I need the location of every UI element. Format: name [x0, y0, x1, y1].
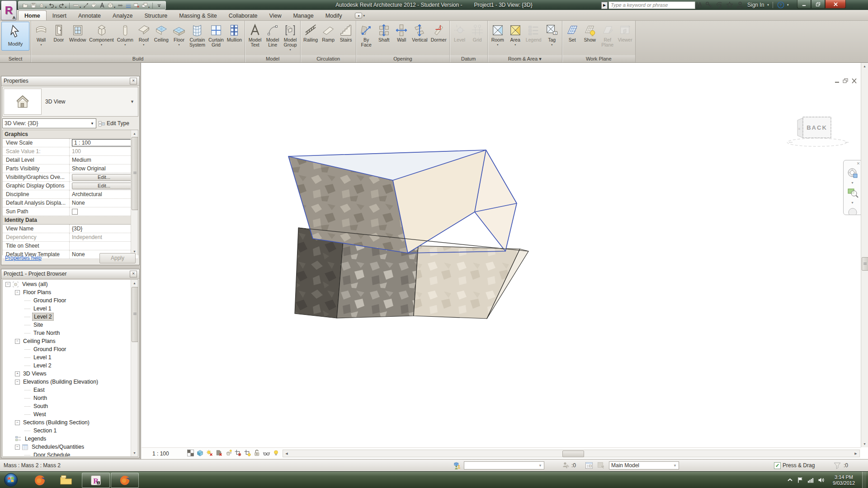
collapse-icon[interactable]: − — [15, 339, 20, 344]
collapse-icon[interactable]: − — [15, 420, 20, 425]
sign-in-chevron-icon[interactable]: ▾ — [767, 3, 769, 7]
qat-undo-chevron-icon[interactable]: ▾ — [55, 5, 57, 9]
tree-item-floor-plans[interactable]: −Floor Plans — [3, 288, 131, 296]
type-selector[interactable]: 3D View ▼ — [2, 87, 138, 117]
tree-item-schedules-quantities[interactable]: −Schedules/Quantities — [3, 443, 131, 451]
tree-item-3d-views[interactable]: +3D Views — [3, 370, 131, 378]
edit-type-button[interactable]: Edit Type — [98, 120, 129, 127]
rendering-dialog-button[interactable] — [225, 449, 232, 457]
editable-only-icon[interactable] — [562, 461, 570, 469]
dropdown-chevron-icon[interactable]: ▾ — [143, 42, 144, 46]
taskbar-revit-button[interactable]: RA — [82, 473, 110, 488]
tree-item-section-1[interactable]: Section 1 — [3, 427, 131, 435]
qat-redo-chevron-icon[interactable]: ▾ — [65, 5, 66, 9]
tree-item-ground-floor[interactable]: Ground Floor — [3, 296, 131, 305]
ribbon-button-mullion[interactable]: Mullion — [226, 22, 243, 47]
properties-close-icon[interactable]: ✕ — [130, 78, 137, 84]
project-browser-title-bar[interactable]: Project1 - Project Browser ✕ — [1, 269, 139, 279]
ribbon-button-wall[interactable]: Wall▾ — [33, 22, 50, 47]
navbar-chevron-icon[interactable]: ▼ — [851, 181, 854, 184]
navbar-close-icon[interactable]: ✕ — [856, 161, 861, 166]
collapse-icon[interactable]: − — [15, 445, 20, 450]
infocenter-collapse-icon[interactable]: ▶ — [601, 2, 608, 9]
qat-section-button[interactable] — [116, 2, 124, 9]
tree-item-legends[interactable]: Legends — [3, 435, 131, 443]
ribbon-button-tag[interactable]: 1Tag▾ — [543, 22, 561, 47]
temporary-hide-isolate-button[interactable] — [263, 449, 270, 457]
application-menu-button[interactable]: RA — [1, 0, 17, 20]
dropdown-chevron-icon[interactable]: ▾ — [178, 42, 179, 46]
qat-text-button[interactable] — [98, 2, 106, 9]
action-center-flag-icon[interactable] — [797, 477, 804, 483]
properties-help-link[interactable]: Properties help — [5, 255, 42, 261]
ribbon-button-component[interactable]: Component▾ — [88, 22, 115, 47]
zoom-region-icon[interactable] — [847, 187, 859, 198]
minimize-button[interactable] — [797, 0, 811, 9]
tree-item-north[interactable]: North — [3, 394, 131, 402]
navbar-chevron-icon-2[interactable]: ▼ — [851, 201, 854, 204]
properties-title-bar[interactable]: Properties ✕ — [1, 76, 139, 86]
dropdown-chevron-icon[interactable]: ▾ — [40, 42, 42, 46]
qat-export-button[interactable] — [38, 2, 45, 9]
volume-speaker-icon[interactable] — [818, 477, 825, 483]
ribbon-button-by-face[interactable]: ByFace — [358, 22, 375, 52]
tree-item-site[interactable]: Site — [3, 321, 131, 329]
ribbon-button-curtain-system[interactable]: CurtainSystem — [188, 22, 207, 52]
start-button[interactable] — [4, 473, 18, 487]
worksets-dropdown[interactable]: ▼ — [464, 461, 544, 469]
ribbon-button-model-line[interactable]: ModelLine — [264, 22, 281, 52]
steering-wheel-icon[interactable] — [847, 168, 859, 179]
tree-item-true-north[interactable]: True North — [3, 329, 131, 337]
tree-item-level-2[interactable]: Level 2 — [3, 361, 131, 370]
tab-analyze[interactable]: Analyze — [107, 11, 138, 20]
vertical-scrollbar[interactable]: ▲ ▼ — [861, 63, 868, 447]
hidden-icons-chevron-icon[interactable] — [787, 477, 793, 483]
ribbon-button-modify[interactable]: Modify — [1, 22, 29, 51]
qat-default-3d-view-button[interactable] — [106, 2, 114, 9]
dropdown-chevron-icon[interactable]: ▾ — [124, 42, 126, 46]
ribbon-button-door[interactable]: Door — [50, 22, 67, 47]
tab-home[interactable]: Home — [18, 10, 47, 20]
crop-region-visible-button[interactable] — [244, 449, 251, 457]
ribbon-button-dormer[interactable]: Dormer — [429, 22, 448, 47]
subscription-key-button[interactable] — [705, 1, 713, 9]
scroll-up-icon[interactable]: ▲ — [132, 280, 137, 286]
communication-satellite-button[interactable] — [715, 1, 723, 9]
view-minimize-icon[interactable] — [834, 78, 840, 84]
tree-item-level-2[interactable]: Level 2 — [3, 313, 131, 321]
signin-person-button[interactable] — [736, 1, 744, 9]
ribbon-button-roof[interactable]: Roof▾ — [135, 22, 152, 47]
ribbon-button-wall[interactable]: Wall — [393, 22, 410, 47]
dropdown-chevron-icon[interactable]: ▾ — [497, 42, 498, 46]
tree-item-west[interactable]: West — [3, 410, 131, 418]
scroll-up-icon[interactable]: ▲ — [862, 63, 868, 69]
press-drag-checkbox[interactable]: ✓ — [774, 462, 781, 469]
properties-scrollbar[interactable]: ▲▼ — [131, 130, 138, 255]
active-design-option-dropdown[interactable]: Main Model▼ — [609, 461, 679, 469]
show-desktop-button[interactable] — [862, 472, 866, 488]
tree-item-views-all[interactable]: −Views (all) — [3, 280, 131, 288]
view-close-icon[interactable] — [851, 78, 857, 84]
tab-insert[interactable]: Insert — [47, 11, 72, 20]
viewcube[interactable]: BACK R — [783, 113, 863, 152]
qat-switch-windows-chevron-icon[interactable]: ▾ — [148, 5, 150, 9]
dropdown-chevron-icon[interactable]: ▾ — [551, 42, 552, 46]
favorites-star-button[interactable] — [726, 1, 734, 9]
sign-in-label[interactable]: Sign In — [747, 2, 764, 8]
tab-modify[interactable]: Modify — [320, 11, 348, 20]
shadows-off-button[interactable] — [215, 449, 223, 457]
tree-item-east[interactable]: East — [3, 386, 131, 394]
ribbon-button-window[interactable]: Window — [68, 22, 87, 47]
ribbon-button-floor[interactable]: Floor▾ — [170, 22, 188, 47]
dropdown-chevron-icon[interactable]: ▾ — [514, 42, 516, 46]
design-options-icon[interactable] — [585, 461, 593, 469]
search-input[interactable]: Type a keyword or phrase — [609, 1, 695, 9]
type-selector-chevron-icon[interactable]: ▼ — [127, 99, 138, 104]
ribbon-minimize-toggle[interactable]: ●▾ — [355, 13, 365, 19]
visual-style-box-button[interactable] — [196, 449, 204, 457]
ribbon-button-railing[interactable]: Railing — [302, 22, 319, 47]
detail-level-checker-button[interactable] — [187, 449, 194, 457]
tree-item-level-1[interactable]: Level 1 — [3, 353, 131, 361]
taskbar-clock[interactable]: 3:14 PM9/03/2012 — [833, 474, 855, 486]
scroll-left-icon[interactable]: ◀ — [283, 450, 290, 456]
